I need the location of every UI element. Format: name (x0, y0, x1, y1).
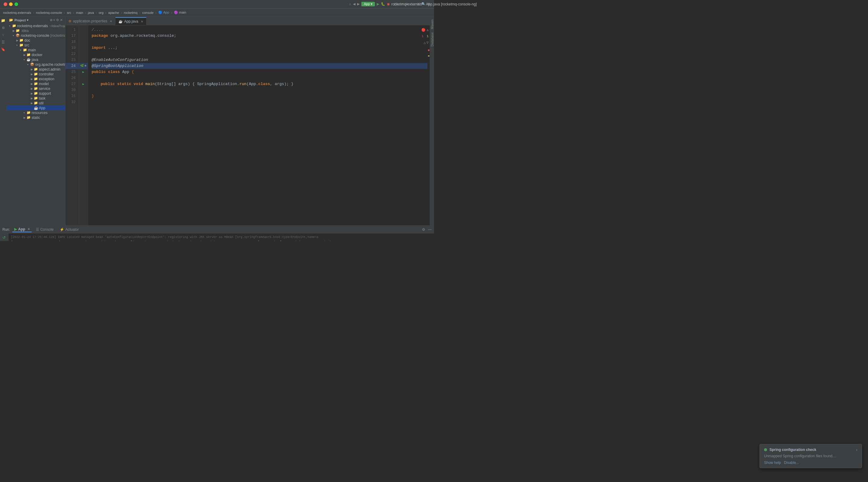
run-left-toolbar: ↺ ↑ ↓ ◼ 📎 ⚙ 🔖 ☰ ⊞ ♻ 🗑 (0, 233, 8, 241)
expand-collapse-icons[interactable]: △ ▽ (424, 40, 429, 46)
nav-back-icon[interactable]: ◀ (353, 2, 355, 6)
code-line-25: public class App { (92, 69, 427, 75)
run-gutter-icon-27[interactable]: ▶ (82, 81, 84, 87)
tree-item-package[interactable]: ▾ 📦 org.apache.rocketmq.console (7, 62, 65, 67)
rerun-icon[interactable]: ↺ (2, 235, 6, 240)
line-num-23: 23 (65, 57, 79, 63)
pull-request-icon[interactable]: ⑂ (1, 33, 6, 37)
nav-forward-icon[interactable]: ▶ (357, 2, 360, 6)
vcs-icon[interactable]: ⑃ (349, 2, 351, 6)
tree-item-support[interactable]: ▶ 📁 support (7, 91, 65, 96)
structure-icon[interactable]: ☰ (1, 40, 6, 45)
gutter-30 (79, 87, 88, 93)
sidebar-collapse-icon[interactable]: ≡ (53, 18, 55, 22)
database-label[interactable]: Database (430, 32, 434, 47)
run-settings-icon[interactable]: ⚙ (422, 227, 425, 232)
breadcrumb-java[interactable]: java (88, 11, 94, 15)
tab-props-close[interactable]: ✕ (110, 20, 112, 23)
maximize-button[interactable] (14, 2, 18, 6)
debug-button[interactable]: 🐛 (381, 2, 385, 6)
bookmark-gutter-icon[interactable]: ⊛ (84, 63, 86, 69)
tree-item-idea[interactable]: ▶ 📁 .idea (7, 28, 65, 33)
gutter-27: ▶ (79, 81, 88, 87)
java-file-icon: ☕ (119, 20, 123, 24)
run-settings[interactable]: ⚙ — (422, 227, 432, 232)
run-label: Run: (2, 227, 10, 232)
tree-item-static[interactable]: ▶ 📁 static (7, 115, 65, 120)
line-num-27: 27 (65, 81, 79, 87)
tree-item-src[interactable]: ▾ 📁 src (7, 43, 65, 48)
tree-item-rocketmq-externals[interactable]: ▾ 📁 rocketmq-externals ~/IdeaProjects/ro… (7, 24, 65, 28)
code-line-18 (92, 39, 427, 45)
run-tab-app[interactable]: ▶ App ✕ (12, 227, 31, 232)
run-button[interactable]: ▶ (377, 2, 379, 6)
minimize-button[interactable] (9, 2, 13, 6)
breadcrumb-org[interactable]: org (98, 11, 103, 15)
error-indicator: 🔴 1 (421, 27, 426, 39)
run-config-button[interactable]: App ▾ (361, 2, 375, 6)
sidebar-dropdown-icon[interactable]: 📂 (9, 18, 13, 22)
breadcrumb-rocketmq-console[interactable]: rocketmq-console (36, 11, 62, 15)
warn-indicator: ⚠ 1 (427, 27, 429, 39)
code-line-19: import ...; (92, 45, 427, 51)
sidebar-close-icon[interactable]: ✕ (60, 18, 63, 22)
tree-item-task[interactable]: ▶ 📁 task (7, 96, 65, 101)
breadcrumb-apache[interactable]: apache (108, 11, 119, 15)
tree-item-exception[interactable]: ▶ 📁 exception (7, 77, 65, 81)
commit-icon[interactable]: ⊛ (1, 25, 6, 30)
sidebar-chevron-icon[interactable]: ▾ (27, 19, 28, 22)
tree-item-main[interactable]: ▾ 📁 main (7, 48, 65, 53)
breadcrumb-console[interactable]: console (142, 11, 154, 15)
tab-app-java[interactable]: ☕ App.java ✕ (116, 17, 147, 25)
tree-item-model[interactable]: ▶ 📁 model (7, 81, 65, 86)
tree-item-service[interactable]: ▶ 📁 service (7, 86, 65, 91)
close-button[interactable] (4, 2, 7, 6)
code-content[interactable]: /.... package org.apache.rocketmq.consol… (88, 25, 427, 225)
editor-area: ⚙ application.properties ✕ ☕ App.java ✕ … (65, 17, 430, 225)
service-label: service (39, 87, 50, 91)
project-icon[interactable]: 📁 (1, 18, 6, 23)
tree-item-java[interactable]: ▾ ☕ java (7, 57, 65, 62)
run-app-icon: ▶ (14, 227, 17, 231)
gutter-25: ▶ (79, 69, 88, 75)
run-tab-console[interactable]: ☰ Console (34, 227, 56, 232)
run-gutter-icon-25[interactable]: ▶ (82, 69, 84, 75)
tab-props-label: application.properties (73, 19, 107, 23)
sidebar-title: Project (14, 19, 26, 22)
breadcrumb-rocketmq-externals[interactable]: rocketmq-externals (3, 11, 31, 15)
line-numbers: 1 17 18 19 22 23 24 25 26 27 30 31 32 (65, 25, 79, 225)
right-scrollbar[interactable]: 🔴 1 ⚠ 1 △ ▽ (427, 25, 430, 225)
line-num-22: 22 (65, 51, 79, 57)
tabs-bar: ⚙ application.properties ✕ ☕ App.java ✕ (65, 17, 430, 25)
sidebar-locate-icon[interactable]: ⊕ (50, 18, 53, 22)
bean-icon[interactable]: 🌿 (80, 63, 84, 69)
run-minimize-icon[interactable]: — (428, 227, 432, 232)
tab-java-close[interactable]: ✕ (141, 20, 143, 23)
maven-label[interactable]: Maven (430, 17, 434, 32)
breadcrumb-main[interactable]: main (76, 11, 83, 15)
tree-item-util[interactable]: ▶ 📁 util (7, 101, 65, 106)
breadcrumb-app[interactable]: 🔵 App (158, 10, 169, 15)
bookmark-rail-icon[interactable]: 🔖 (1, 47, 6, 52)
tree-item-aspect-admin[interactable]: ▶ 📁 aspect.admin (7, 67, 65, 72)
log-line-1: [2022-01-24 17:25:40.128] INFO Located m… (11, 235, 432, 240)
tree-item-app-java[interactable]: ☕ App (7, 106, 65, 110)
breadcrumb-rocketmq[interactable]: rocketmq (124, 11, 137, 15)
tree-item-docker[interactable]: ▶ 📁 docker (7, 53, 65, 57)
tree-item-controller[interactable]: ▶ 📁 controller (7, 72, 65, 77)
run-close-icon[interactable]: ✕ (27, 227, 30, 231)
breadcrumb-src[interactable]: src (67, 11, 71, 15)
actuator-icon: ⚡ (60, 227, 64, 232)
sidebar-options-icon[interactable]: ⚙ (56, 18, 59, 22)
tree-item-rocketmq-console[interactable]: ▾ 📦 rocketmq-console [rocketmq-console-n… (7, 33, 65, 38)
breadcrumb-method-main[interactable]: 🟣 main (174, 10, 186, 15)
gutter-26 (79, 75, 88, 81)
run-tab-actuator[interactable]: ⚡ Actuator (58, 227, 81, 232)
stop-button[interactable]: ◼ (387, 2, 390, 6)
code-line-26 (92, 75, 427, 81)
tree-item-resources[interactable]: ▾ 📁 resources (7, 110, 65, 115)
tab-application-properties[interactable]: ⚙ application.properties ✕ (65, 17, 116, 25)
code-line-22 (92, 51, 427, 57)
code-line-1: /.... (92, 27, 427, 33)
tree-item-doc[interactable]: ▶ 📁 doc (7, 38, 65, 43)
